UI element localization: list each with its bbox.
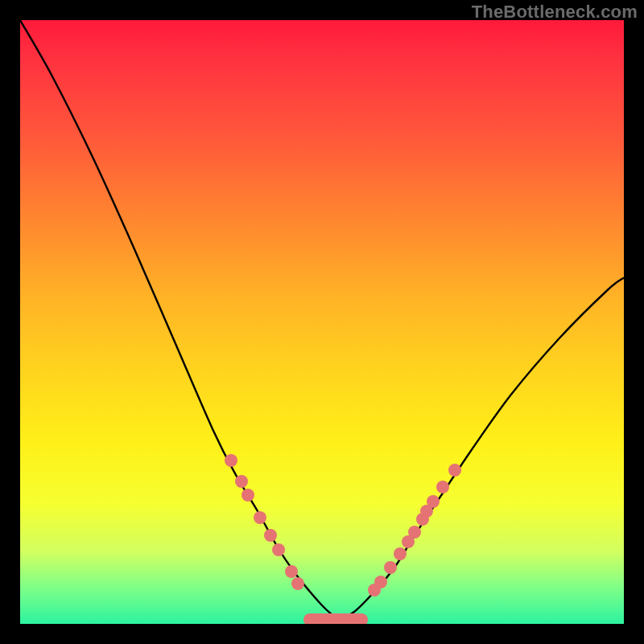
- floor-pill: [303, 613, 368, 624]
- data-marker: [374, 576, 387, 588]
- data-marker: [235, 475, 248, 488]
- data-marker: [225, 454, 237, 467]
- curve-left-curve: [20, 20, 338, 620]
- bottleneck-curve-plot: [20, 20, 624, 624]
- data-marker: [448, 464, 461, 477]
- data-marker: [394, 547, 407, 560]
- data-marker: [242, 489, 254, 502]
- data-marker: [254, 511, 266, 524]
- data-marker: [285, 565, 298, 578]
- floor-pill-group: [303, 613, 368, 624]
- data-marker: [272, 543, 285, 556]
- marker-group: [225, 454, 461, 597]
- data-marker: [291, 577, 304, 590]
- chart-frame: [20, 20, 624, 624]
- curve-group: [20, 20, 624, 620]
- curve-right-curve: [338, 278, 624, 620]
- watermark-text: TheBottleneck.com: [472, 2, 638, 23]
- data-marker: [384, 561, 397, 574]
- data-marker: [264, 529, 277, 542]
- data-marker: [427, 495, 440, 508]
- data-marker: [436, 481, 449, 493]
- data-marker: [408, 526, 421, 539]
